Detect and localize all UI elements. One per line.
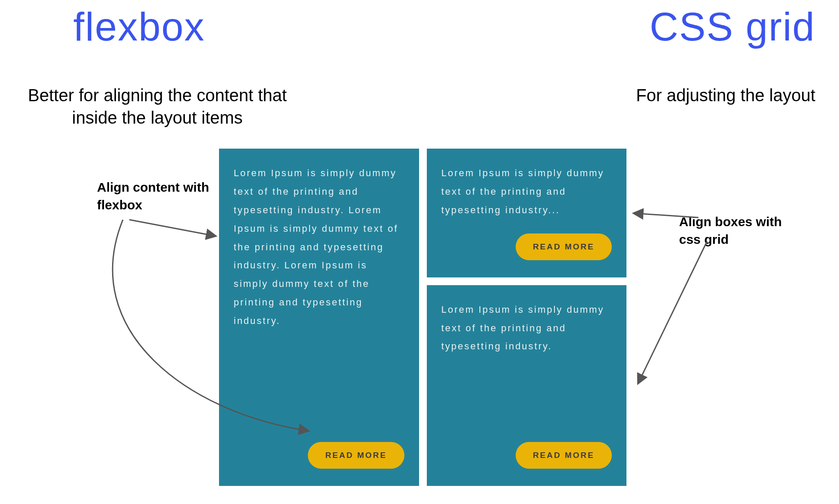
- annotation-flexbox: Align content with flexbox: [97, 179, 218, 214]
- read-more-button[interactable]: READ MORE: [516, 442, 612, 469]
- arrow-grid-to-bottom-card-icon: [638, 241, 707, 383]
- subtitle-flexbox: Better for aligning the content that ins…: [22, 84, 293, 129]
- card-top-right-text: Lorem Ipsum is simply dummy text of the …: [441, 164, 612, 220]
- read-more-button[interactable]: READ MORE: [516, 233, 612, 260]
- subtitle-cssgrid: For adjusting the layout: [636, 84, 815, 106]
- title-cssgrid: CSS grid: [650, 4, 815, 50]
- card-bottom-right: Lorem Ipsum is simply dummy text of the …: [427, 285, 627, 486]
- read-more-button[interactable]: READ MORE: [308, 442, 404, 469]
- card-bottom-right-text: Lorem Ipsum is simply dummy text of the …: [441, 301, 612, 356]
- card-top-right: Lorem Ipsum is simply dummy text of the …: [427, 149, 627, 277]
- annotation-cssgrid: Align boxes with css grid: [679, 213, 791, 248]
- arrow-flexbox-to-text-icon: [129, 220, 216, 236]
- card-grid: Lorem Ipsum is simply dummy text of the …: [219, 149, 626, 486]
- card-left-text: Lorem Ipsum is simply dummy text of the …: [234, 164, 404, 330]
- title-flexbox: flexbox: [73, 4, 205, 50]
- card-left: Lorem Ipsum is simply dummy text of the …: [219, 149, 419, 486]
